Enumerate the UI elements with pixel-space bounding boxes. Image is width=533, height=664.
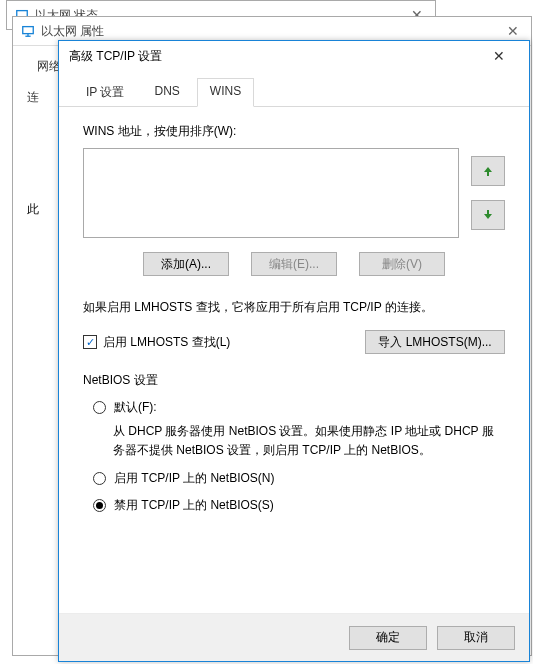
enable-lmhosts-label: 启用 LMHOSTS 查找(L) [103,334,230,351]
label-this: 此 [27,201,39,218]
netbios-group-label: NetBIOS 设置 [83,372,505,389]
advanced-tcpip-dialog: 高级 TCP/IP 设置 ✕ IP 设置 DNS WINS WINS 地址，按使… [58,40,530,662]
properties-title: 以太网 属性 [41,23,104,40]
radio-default-desc: 从 DHCP 服务器使用 NetBIOS 设置。如果使用静态 IP 地址或 DH… [113,422,505,460]
network-icon [21,24,35,38]
move-down-button[interactable] [471,200,505,230]
radio-default-label: 默认(F): [114,399,157,416]
wins-address-list[interactable] [83,148,459,238]
tab-ip-settings[interactable]: IP 设置 [73,78,137,107]
import-lmhosts-button[interactable]: 导入 LMHOSTS(M)... [365,330,505,354]
tabstrip: IP 设置 DNS WINS [59,71,529,107]
svg-rect-3 [23,27,34,34]
arrow-up-icon [482,165,494,177]
close-icon[interactable]: ✕ [503,23,523,39]
close-button[interactable]: ✕ [479,42,519,70]
tab-wins[interactable]: WINS [197,78,254,107]
add-button[interactable]: 添加(A)... [143,252,229,276]
tab-dns[interactable]: DNS [141,78,192,107]
radio-icon [93,401,106,414]
arrow-down-icon [482,209,494,221]
tab-content: WINS 地址，按使用排序(W): 添加(A)... 编辑(E)... 删除(V… [59,107,529,613]
dialog-titlebar: 高级 TCP/IP 设置 ✕ [59,41,529,71]
cancel-button[interactable]: 取消 [437,626,515,650]
checkbox-icon: ✓ [83,335,97,349]
enable-lmhosts-checkbox[interactable]: ✓ 启用 LMHOSTS 查找(L) [83,334,230,351]
radio-default[interactable]: 默认(F): [93,399,505,416]
radio-disable-label: 禁用 TCP/IP 上的 NetBIOS(S) [114,497,274,514]
radio-enable-label: 启用 TCP/IP 上的 NetBIOS(N) [114,470,274,487]
radio-icon [93,472,106,485]
lmhosts-info-text: 如果启用 LMHOSTS 查找，它将应用于所有启用 TCP/IP 的连接。 [83,298,505,316]
ok-button[interactable]: 确定 [349,626,427,650]
radio-icon [93,499,106,512]
move-up-button[interactable] [471,156,505,186]
radio-enable-netbios[interactable]: 启用 TCP/IP 上的 NetBIOS(N) [93,470,505,487]
dialog-footer: 确定 取消 [59,613,529,661]
wins-address-label: WINS 地址，按使用排序(W): [83,123,505,140]
remove-button[interactable]: 删除(V) [359,252,445,276]
dialog-title: 高级 TCP/IP 设置 [69,48,162,65]
radio-disable-netbios[interactable]: 禁用 TCP/IP 上的 NetBIOS(S) [93,497,505,514]
edit-button[interactable]: 编辑(E)... [251,252,337,276]
